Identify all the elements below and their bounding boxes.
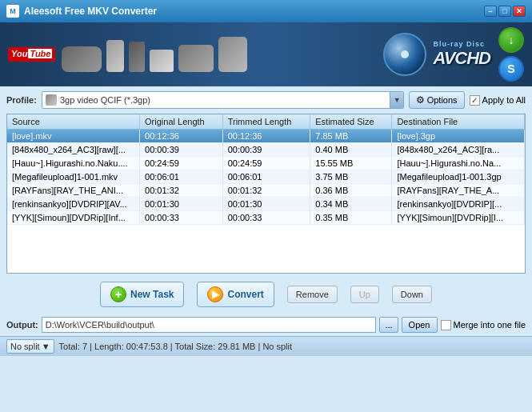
- gear-icon: ⚙: [416, 94, 425, 106]
- app-icon: M: [6, 5, 19, 18]
- pad-icon: [218, 37, 247, 72]
- convert-arrow-icon: ▶: [207, 286, 223, 302]
- cell-dest: [Megafileupload]1-001.3gp: [392, 170, 525, 184]
- cell-trimmed: 00:00:33: [222, 211, 310, 225]
- table-row[interactable]: [Megafileupload]1-001.mkv00:06:0100:06:0…: [7, 170, 525, 184]
- psp-icon: [62, 46, 102, 72]
- convert-button[interactable]: ▶ Convert: [197, 282, 274, 307]
- cell-dest: [YYK][Simoun][DVDRip][I...: [392, 211, 525, 225]
- cell-original: 00:12:36: [140, 130, 223, 143]
- cell-size: 15.55 MB: [310, 157, 392, 170]
- down-button[interactable]: Down: [392, 286, 432, 303]
- merge-wrap: Merge into one file: [441, 320, 526, 330]
- cell-original: 00:00:33: [140, 211, 223, 225]
- window-title: Aleesoft Free MKV Converter: [24, 6, 484, 17]
- cell-dest: [RAYFans][RAY_THE_A...: [392, 184, 525, 198]
- minimize-button[interactable]: –: [484, 6, 497, 17]
- cell-source: [848x480_x264_AC3][raw][...: [7, 143, 140, 157]
- split-dropdown-arrow: ▼: [42, 342, 50, 351]
- cell-dest: [Hauu~].Higurashi.no.Na...: [392, 157, 525, 170]
- col-source: Source: [7, 114, 140, 130]
- merge-label: Merge into one file: [454, 320, 526, 330]
- cell-source: [RAYFans][RAY_THE_ANI...: [7, 184, 140, 198]
- profile-select[interactable]: 3gp video QCIF (*.3gp) ▼: [42, 91, 404, 109]
- apply-all-checkbox[interactable]: [470, 95, 480, 106]
- skype-icon[interactable]: S: [498, 56, 524, 82]
- open-button[interactable]: Open: [402, 317, 438, 333]
- cell-trimmed: 00:01:30: [222, 198, 310, 211]
- remove-button[interactable]: Remove: [287, 286, 338, 303]
- split-select[interactable]: No split ▼: [6, 339, 54, 354]
- cell-source: [Megafileupload]1-001.mkv: [7, 170, 140, 184]
- table-row[interactable]: [love].mkv00:12:3600:12:367.85 MB[love].…: [7, 130, 525, 143]
- bluray-label: Blu-ray Disc: [433, 40, 485, 48]
- plus-icon: +: [110, 286, 126, 302]
- maximize-button[interactable]: □: [498, 6, 511, 17]
- output-row: Output: ... Open Merge into one file: [6, 314, 526, 336]
- merge-checkbox[interactable]: [441, 320, 451, 330]
- device-icon: [150, 50, 174, 72]
- cell-original: 00:00:39: [140, 143, 223, 157]
- avchd-label: AVCHD: [433, 48, 490, 69]
- cell-original: 00:01:32: [140, 184, 223, 198]
- profile-row: Profile: 3gp video QCIF (*.3gp) ▼ ⚙ Opti…: [6, 91, 526, 109]
- profile-dropdown-arrow[interactable]: ▼: [390, 91, 404, 109]
- cell-dest: [848x480_x264_AC3][ra...: [392, 143, 525, 157]
- col-original: Original Length: [140, 114, 223, 130]
- file-table: Source Original Length Trimmed Length Es…: [7, 114, 525, 225]
- cell-source: [Hauu~].Higurashi.no.Naku....: [7, 157, 140, 170]
- cell-size: 0.35 MB: [310, 211, 392, 225]
- table-row[interactable]: [renkinsankyo][DVDRIP][AV...00:01:3000:0…: [7, 198, 525, 211]
- options-button[interactable]: ⚙ Options: [409, 91, 465, 109]
- output-path-input[interactable]: [42, 317, 377, 333]
- phone-icon: [129, 42, 145, 72]
- cell-dest: [renkinsankyo][DVDRIP][...: [392, 198, 525, 211]
- convert-label: Convert: [227, 289, 263, 300]
- cell-size: 0.34 MB: [310, 198, 392, 211]
- table-row[interactable]: [YYK][Simoun][DVDRip][Inf...00:00:3300:0…: [7, 211, 525, 225]
- cell-original: 00:24:59: [140, 157, 223, 170]
- table-row[interactable]: [Hauu~].Higurashi.no.Naku....00:24:5900:…: [7, 157, 525, 170]
- cell-trimmed: 00:06:01: [222, 170, 310, 184]
- cell-size: 3.75 MB: [310, 170, 392, 184]
- profile-type-icon: [46, 94, 57, 106]
- col-trimmed: Trimmed Length: [222, 114, 310, 130]
- table-row[interactable]: [848x480_x264_AC3][raw][...00:00:3900:00…: [7, 143, 525, 157]
- new-task-label: New Task: [130, 289, 174, 300]
- apply-all-label: Apply to All: [482, 95, 526, 105]
- banner: YouTube Blu-ray Disc AVCHD ↓ S: [0, 22, 532, 86]
- col-size: Estimated Size: [310, 114, 392, 130]
- cell-dest: [love].3gp: [392, 130, 525, 143]
- cell-size: 0.40 MB: [310, 143, 392, 157]
- output-label: Output:: [6, 320, 38, 330]
- close-button[interactable]: ✕: [513, 6, 526, 17]
- file-table-body: [love].mkv00:12:3600:12:367.85 MB[love].…: [7, 130, 525, 225]
- device-icons: [62, 37, 383, 72]
- cell-source: [YYK][Simoun][DVDRip][Inf...: [7, 211, 140, 225]
- download-icon[interactable]: ↓: [498, 27, 524, 53]
- cell-trimmed: 00:24:59: [222, 157, 310, 170]
- cell-size: 0.36 MB: [310, 184, 392, 198]
- cell-original: 00:06:01: [140, 170, 223, 184]
- col-dest: Destination File: [392, 114, 525, 130]
- ipod-icon: [106, 40, 124, 72]
- options-label: Options: [427, 95, 458, 105]
- youtube-logo: YouTube: [8, 47, 55, 61]
- window-controls: – □ ✕: [484, 6, 526, 17]
- table-row[interactable]: [RAYFans][RAY_THE_ANI...00:01:3200:01:32…: [7, 184, 525, 198]
- apply-all-wrap: Apply to All: [470, 95, 526, 106]
- file-table-wrap[interactable]: Source Original Length Trimmed Length Es…: [6, 114, 526, 274]
- content-area: Profile: 3gp video QCIF (*.3gp) ▼ ⚙ Opti…: [0, 86, 532, 336]
- cell-source: [renkinsankyo][DVDRIP][AV...: [7, 198, 140, 211]
- cell-trimmed: 00:00:39: [222, 143, 310, 157]
- status-text: Total: 7 | Length: 00:47:53.8 | Total Si…: [59, 342, 293, 351]
- buttons-row: + New Task ▶ Convert Remove Up Down: [6, 274, 526, 314]
- up-button[interactable]: Up: [350, 286, 379, 303]
- cell-trimmed: 00:01:32: [222, 184, 310, 198]
- banner-right-icons: ↓ S: [498, 27, 524, 82]
- new-task-button[interactable]: + New Task: [100, 282, 184, 307]
- profile-label: Profile:: [6, 95, 37, 105]
- cell-source: [love].mkv: [7, 130, 140, 143]
- browse-button[interactable]: ...: [379, 317, 398, 333]
- statusbar: No split ▼ Total: 7 | Length: 00:47:53.8…: [0, 336, 532, 356]
